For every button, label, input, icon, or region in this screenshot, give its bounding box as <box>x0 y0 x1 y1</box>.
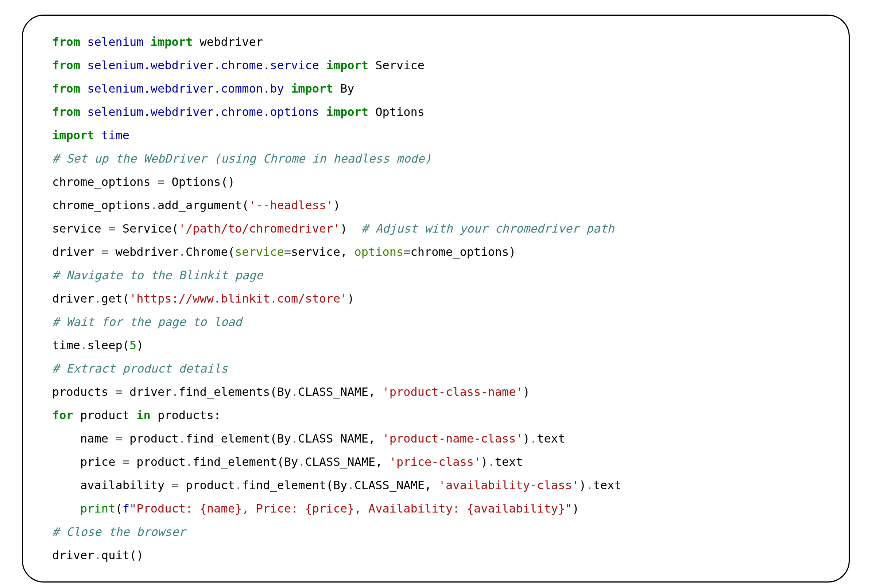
code-line: driver = webdriver.Chrome(service=servic… <box>52 245 516 259</box>
code-token: from <box>52 105 80 119</box>
code-token: text <box>537 432 565 446</box>
code-token: CLASS_NAME, <box>298 432 382 446</box>
code-token: from <box>52 58 80 72</box>
code-token: service, <box>291 245 354 259</box>
code-token: ) <box>579 478 586 492</box>
code-token: " <box>565 502 572 516</box>
code-token: options <box>354 245 403 259</box>
code-line: driver.get('https://www.blinkit.com/stor… <box>52 292 354 306</box>
code-token: , Price: <box>242 502 305 516</box>
code-token: product <box>179 478 235 492</box>
code-token: ) <box>137 338 143 352</box>
code-token: chrome_options <box>52 175 158 189</box>
code-token: = <box>123 455 129 469</box>
code-token: product <box>129 455 186 469</box>
code-token: products: <box>151 408 221 422</box>
code-line: name = product.find_element(By.CLASS_NAM… <box>52 432 565 446</box>
code-token: in <box>137 408 151 422</box>
code-line: chrome_options.add_argument('--headless'… <box>52 198 340 212</box>
code-token: . <box>186 455 192 469</box>
code-token <box>80 82 87 96</box>
code-token: ) <box>347 292 354 306</box>
code-token: print <box>80 502 115 516</box>
code-line: products = driver.find_elements(By.CLASS… <box>52 385 530 399</box>
code-token: = <box>115 385 122 399</box>
code-line: time.sleep(5) <box>52 338 143 352</box>
code-token: . <box>151 198 158 212</box>
code-token <box>368 58 375 72</box>
code-token <box>368 105 375 119</box>
code-token: product <box>123 432 179 446</box>
code-token: find_elements(By <box>179 385 291 399</box>
code-line: driver.quit() <box>52 548 143 562</box>
code-token: chrome_options <box>52 198 151 212</box>
code-token: 5 <box>129 338 137 352</box>
code-token: driver <box>52 245 101 259</box>
code-token: ) <box>481 455 488 469</box>
code-token: name <box>52 432 115 446</box>
code-token: ) <box>340 222 362 236</box>
code-token: . <box>291 432 298 446</box>
code-line: from selenium.webdriver.chrome.options i… <box>52 105 425 119</box>
code-token: Options() <box>165 175 235 189</box>
code-token: = <box>403 245 410 259</box>
code-token: . <box>95 548 101 562</box>
code-token: {availability} <box>467 502 565 516</box>
code-token: quit() <box>101 548 144 562</box>
code-token: time <box>101 128 129 142</box>
code-token: . <box>172 385 179 399</box>
code-token: time <box>52 338 80 352</box>
code-token: . <box>80 338 87 352</box>
code-token: service <box>52 222 108 236</box>
code-token: webdriver <box>200 35 263 49</box>
code-token: ( <box>115 502 122 516</box>
code-token: "Product: <box>129 502 200 516</box>
code-token: find_element(By <box>186 432 291 446</box>
code-token: By <box>340 82 354 96</box>
code-token: availability <box>52 478 172 492</box>
code-token: import <box>326 105 368 119</box>
code-token: chrome_options) <box>411 245 516 259</box>
code-token: . <box>291 385 298 399</box>
code-token: selenium.webdriver.chrome.options <box>87 105 319 119</box>
code-token: Options <box>375 105 425 119</box>
code-token: # Extract product details <box>52 362 228 375</box>
code-token: # Wait for the page to load <box>52 315 242 329</box>
code-token: selenium <box>87 35 143 49</box>
code-line: import time <box>52 128 129 142</box>
code-token: = <box>101 245 108 259</box>
code-token: find_element(By <box>192 455 298 469</box>
code-token: selenium.webdriver.chrome.service <box>87 58 319 72</box>
code-token: . <box>586 478 593 492</box>
code-token: 'product-name-class' <box>382 432 522 446</box>
code-token <box>143 35 150 49</box>
code-token: . <box>95 292 101 306</box>
code-token: 'price-class' <box>390 455 481 469</box>
code-token: , Availability: <box>354 502 467 516</box>
code-token: import <box>151 35 193 49</box>
code-line: from selenium.webdriver.chrome.service i… <box>52 58 425 72</box>
code-token: selenium.webdriver.common.by <box>87 82 284 96</box>
code-token <box>80 35 87 49</box>
code-token: products <box>52 385 115 399</box>
code-token: Chrome( <box>186 245 235 259</box>
code-token <box>80 58 87 72</box>
code-token: Service( <box>115 222 179 236</box>
code-token: . <box>488 455 495 469</box>
code-line: # Close the browser <box>52 525 186 539</box>
code-line: price = product.find_element(By.CLASS_NA… <box>52 455 523 469</box>
code-token <box>284 82 291 96</box>
code-token: product <box>73 408 137 422</box>
code-token: = <box>115 432 122 446</box>
code-token <box>319 105 326 119</box>
code-token: Service <box>375 58 425 72</box>
code-token: from <box>52 82 80 96</box>
code-token: CLASS_NAME, <box>354 478 438 492</box>
code-token: price <box>52 455 123 469</box>
code-token: '--headless' <box>249 198 333 212</box>
code-token: . <box>179 432 186 446</box>
code-token: get( <box>101 292 129 306</box>
code-token: ) <box>523 385 530 399</box>
code-token: text <box>495 455 523 469</box>
code-token: 'product-class-name' <box>382 385 522 399</box>
